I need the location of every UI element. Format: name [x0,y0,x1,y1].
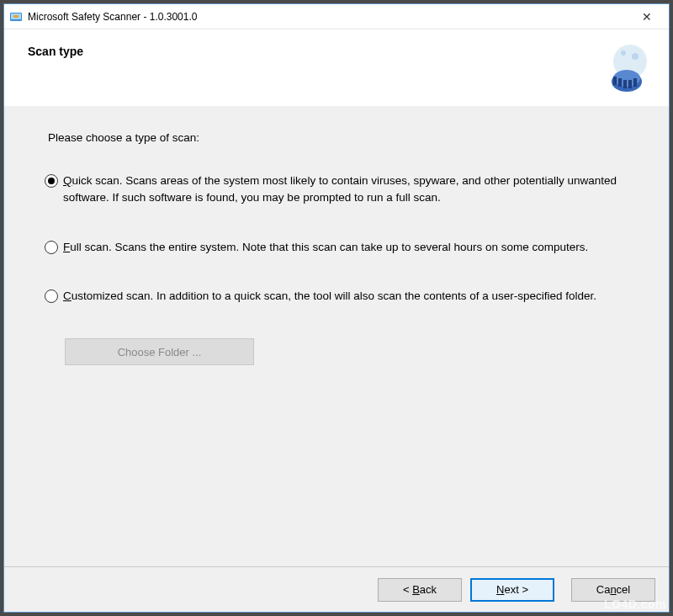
scan-type-radiogroup: Quick scan. Scans areas of the system mo… [45,173,632,305]
wizard-header: Scan type [4,29,669,105]
svg-rect-11 [628,80,632,88]
cancel-button[interactable]: Cancel [571,578,655,602]
back-button[interactable]: < Back [378,578,462,602]
radio-button-icon [45,241,58,254]
svg-point-5 [621,50,626,56]
radio-customized-scan[interactable]: Customized scan. In addition to a quick … [45,288,632,305]
radio-button-icon [45,289,58,303]
app-icon [9,10,23,24]
page-title: Scan type [28,45,83,58]
wizard-footer: < Back Next > Cancel [4,566,669,612]
svg-rect-8 [613,77,617,85]
window-title: Microsoft Safety Scanner - 1.0.3001.0 [28,11,630,23]
svg-rect-10 [623,80,627,88]
radio-label: Customized scan. In addition to a quick … [63,288,596,305]
radio-quick-scan[interactable]: Quick scan. Scans areas of the system mo… [45,173,632,207]
window: Microsoft Safety Scanner - 1.0.3001.0 ✕ … [3,3,670,613]
radio-full-scan[interactable]: Full scan. Scans the entire system. Note… [45,239,632,256]
close-button[interactable]: ✕ [630,5,664,29]
choose-folder-button: Choose Folder ... [65,338,254,365]
next-button[interactable]: Next > [470,578,554,602]
titlebar: Microsoft Safety Scanner - 1.0.3001.0 ✕ [4,4,669,29]
content-area: Please choose a type of scan: Quick scan… [4,106,669,566]
radio-button-icon [45,174,58,188]
scanner-icon [598,41,652,95]
svg-point-4 [632,53,639,60]
svg-rect-9 [618,78,622,87]
svg-rect-2 [13,15,19,18]
radio-label: Quick scan. Scans areas of the system mo… [63,173,618,207]
scan-prompt: Please choose a type of scan: [48,131,632,144]
radio-label: Full scan. Scans the entire system. Note… [63,239,588,256]
svg-rect-12 [633,78,637,87]
